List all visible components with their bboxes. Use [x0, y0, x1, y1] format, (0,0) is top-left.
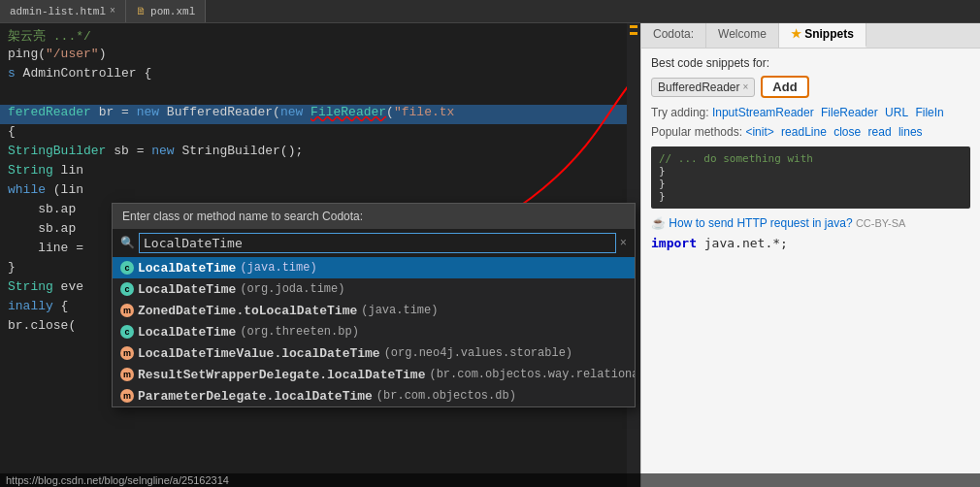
minimap-mark-2	[630, 32, 637, 35]
item-pkg-5: (br.com.objectos.way.relational)	[429, 368, 635, 381]
item-icon-method-6: m	[120, 389, 134, 403]
code-line-blank1	[0, 85, 640, 105]
code-header-line: 架云亮 ...*/	[0, 27, 640, 47]
item-name-0: LocalDateTime	[138, 261, 236, 276]
license-text: CC-BY-SA	[856, 217, 906, 229]
tab-pom-xml-label: pom.xml	[150, 6, 195, 17]
codota-tab-label: Codota:	[653, 27, 694, 41]
minimap-mark-1	[630, 25, 637, 28]
item-icon-method-5: m	[120, 368, 134, 381]
code-line-stringbuilder: StringBuilder sb = new StringBuilder();	[0, 144, 640, 163]
import-value: java.net.*;	[704, 236, 788, 250]
autocomplete-search-bar: 🔍 ×	[113, 229, 635, 257]
codota-tab[interactable]: Codota:	[641, 23, 706, 48]
snippet-comment: // ... do something with	[659, 152, 813, 165]
snippet-close-1: }	[659, 165, 666, 178]
tab-admin-list-close[interactable]: ×	[110, 6, 115, 16]
tab-bar: admin-list.html × 🗎 pom.xml	[0, 0, 980, 23]
autocomplete-list: c LocalDateTime (java.time) c LocalDateT…	[113, 257, 635, 406]
how-to-send-link[interactable]: How to send HTTP request in java?	[669, 216, 852, 230]
chip-bufferedreader: BufferedReader ×	[651, 78, 755, 97]
popular-methods-label: Popular methods:	[651, 125, 742, 139]
item-name-1: LocalDateTime	[138, 282, 236, 297]
tab-pom-xml[interactable]: 🗎 pom.xml	[126, 0, 206, 22]
item-pkg-2: (java.time)	[361, 304, 438, 317]
import-keyword: import	[651, 236, 697, 250]
how-to-link: ☕ How to send HTTP request in java? CC-B…	[651, 216, 970, 230]
method-close-link[interactable]: close	[833, 125, 861, 139]
item-icon-class-1: c	[120, 282, 134, 296]
autocomplete-search-input[interactable]	[139, 233, 616, 253]
import-line: import java.net.*;	[651, 236, 970, 250]
item-name-3: LocalDateTime	[138, 325, 236, 340]
welcome-tab[interactable]: Welcome	[706, 23, 779, 48]
main-area: 架云亮 ...*/ ping("/user") s AdminControlle…	[0, 23, 980, 487]
item-pkg-1: (org.joda.time)	[240, 282, 344, 296]
item-pkg-6: (br.com.objectos.db)	[376, 389, 516, 403]
autocomplete-popup: Enter class or method name to search Cod…	[112, 203, 636, 407]
search-icon: 🔍	[120, 236, 135, 250]
code-editor[interactable]: 架云亮 ...*/ ping("/user") s AdminControlle…	[0, 23, 640, 487]
code-line-string-lin: String lin	[0, 163, 640, 182]
try-url-link[interactable]: URL	[885, 106, 908, 119]
autocomplete-item-4[interactable]: m LocalDateTimeValue.localDateTime (org.…	[113, 342, 635, 364]
code-header-text: 架云亮 ...*/	[8, 27, 91, 45]
item-icon-method-4: m	[120, 346, 134, 360]
best-snippets-label: Best code snippets for:	[651, 56, 970, 70]
code-line-ping: ping("/user")	[0, 47, 640, 66]
item-name-6: ParameterDelegate.localDateTime	[138, 389, 373, 404]
tab-admin-list[interactable]: admin-list.html ×	[0, 0, 126, 22]
item-icon-class-0: c	[120, 261, 134, 275]
code-line-bufferedreader: feredReader br = new BufferedReader( new…	[0, 105, 640, 124]
url-bar: https://blog.csdn.net/blog/selngline/a/2…	[640, 473, 980, 487]
autocomplete-header: Enter class or method name to search Cod…	[113, 204, 635, 229]
method-readline-link[interactable]: readLine	[781, 125, 827, 139]
welcome-tab-label: Welcome	[718, 27, 767, 41]
item-name-5: ResultSetWrapperDelegate.localDateTime	[138, 368, 425, 382]
tab-pom-xml-icon: 🗎	[136, 5, 147, 17]
autocomplete-item-1[interactable]: c LocalDateTime (org.joda.time)	[113, 278, 635, 300]
method-init-link[interactable]: <init>	[745, 125, 773, 139]
item-name-4: LocalDateTimeValue.localDateTime	[138, 346, 380, 361]
autocomplete-header-text: Enter class or method name to search Cod…	[122, 210, 363, 223]
code-line-admin: s AdminController {	[0, 66, 640, 85]
method-read-link[interactable]: read	[868, 125, 892, 139]
tab-admin-list-label: admin-list.html	[10, 6, 106, 17]
item-name-2: ZonedDateTime.toLocalDateTime	[138, 304, 357, 318]
code-snippet-block: // ... do something with } } }	[651, 146, 970, 209]
snippet-close-3: }	[659, 190, 666, 203]
item-pkg-4: (org.neo4j.values.storable)	[384, 346, 572, 360]
try-adding-section: Try adding: InputStreamReader FileReader…	[651, 106, 970, 119]
autocomplete-item-5[interactable]: m ResultSetWrapperDelegate.localDateTime…	[113, 364, 635, 385]
autocomplete-item-2[interactable]: m ZonedDateTime.toLocalDateTime (java.ti…	[113, 300, 635, 321]
try-adding-label: Try adding:	[651, 106, 709, 119]
snippets-tab-text: Snippets	[804, 27, 854, 41]
popular-methods-section: Popular methods: <init> readLine close r…	[651, 125, 970, 139]
snippets-tab[interactable]: ★ Snippets	[779, 23, 866, 48]
snippets-tab-label: ★	[791, 27, 801, 41]
best-snippets-text: Best code snippets for:	[651, 56, 769, 70]
add-button[interactable]: Add	[761, 76, 808, 98]
right-panel: Codota: Welcome ★ Snippets Best code sni…	[640, 23, 980, 487]
autocomplete-item-6[interactable]: m ParameterDelegate.localDateTime (br.co…	[113, 385, 635, 406]
codota-chips: BufferedReader × Add	[651, 76, 970, 98]
chip-label: BufferedReader	[658, 81, 740, 94]
snippet-close-2: }	[659, 178, 666, 190]
item-icon-method-2: m	[120, 304, 134, 317]
chip-remove-icon[interactable]: ×	[743, 81, 749, 92]
autocomplete-item-3[interactable]: c LocalDateTime (org.threeten.bp)	[113, 321, 635, 342]
item-pkg-0: (java.time)	[240, 261, 316, 275]
codota-tabs: Codota: Welcome ★ Snippets	[641, 23, 980, 49]
code-ping-text: ping(	[8, 47, 46, 61]
code-line-brace: {	[0, 124, 640, 144]
clear-icon[interactable]: ×	[620, 237, 627, 250]
try-filereader-link[interactable]: FileReader	[821, 106, 878, 119]
autocomplete-item-0[interactable]: c LocalDateTime (java.time)	[113, 257, 635, 278]
try-inputstreamreader-link[interactable]: InputStreamReader	[712, 106, 814, 119]
item-icon-class-3: c	[120, 325, 134, 339]
codota-body: Best code snippets for: BufferedReader ×…	[641, 49, 980, 487]
item-pkg-3: (org.threeten.bp)	[240, 325, 358, 339]
method-lines-link[interactable]: lines	[898, 125, 923, 139]
coffee-icon: ☕	[651, 216, 666, 230]
try-filein-link[interactable]: FileIn	[915, 106, 943, 119]
